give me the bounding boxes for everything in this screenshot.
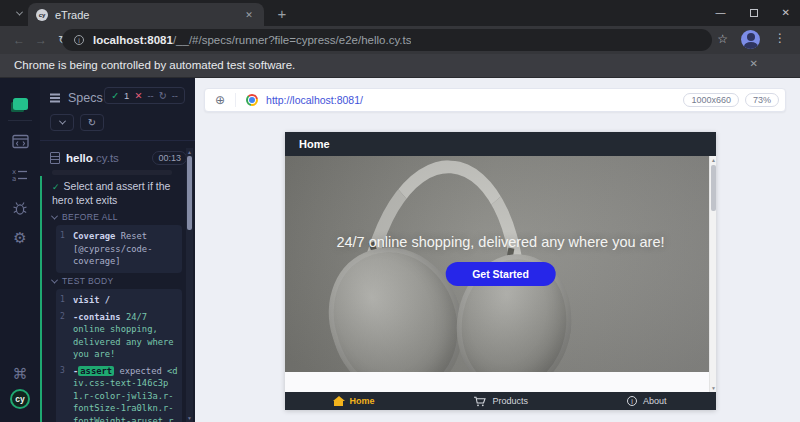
info-icon: i [627, 396, 637, 406]
minimize-icon[interactable]: — [716, 8, 726, 18]
cypress-runner: x a ⚙ ⌘ cy Specs [0, 78, 800, 422]
command-row[interactable]: 2 -contains 24/7 online shopping, delive… [60, 311, 178, 361]
scroll-up-icon[interactable]: ▲ [710, 157, 717, 163]
bookmark-star-icon[interactable]: ☆ [717, 32, 728, 46]
sidebar-settings-button[interactable]: ⚙ [0, 230, 40, 245]
command-block-before-all: 1 Coverage Reset [@cypress/code-coverage… [56, 225, 182, 273]
url-path: /__/#/specs/runner?file=cypress/e2e/hell… [173, 34, 412, 46]
cypress-logo-button[interactable]: cy [0, 388, 40, 409]
rail-divider [8, 120, 32, 121]
scroll-down-icon[interactable]: ▼ [710, 385, 717, 391]
command-assert-highlight: assert [78, 366, 114, 376]
window-close-icon[interactable]: ✕ [782, 8, 790, 18]
automation-banner: Chrome is being controlled by automated … [0, 54, 800, 78]
get-started-button[interactable]: Get Started [445, 262, 556, 286]
reporter-divider [40, 140, 195, 141]
debug-list-icon: x a [12, 168, 28, 182]
command-number: 3 [60, 365, 73, 422]
run-stats: ✓ 1 ✕ -- ↻ -- [104, 87, 185, 104]
gear-icon: ⚙ [13, 229, 26, 246]
spec-file-icon [50, 152, 60, 164]
address-bar[interactable]: i localhost:8081/__/#/specs/runner?file=… [62, 29, 712, 51]
profile-avatar[interactable] [741, 30, 760, 49]
svg-text:a: a [12, 175, 16, 182]
specs-header: Specs ✓ 1 ✕ -- ↻ -- [50, 88, 185, 108]
test-passed-icon: ✓ [52, 182, 60, 192]
section-test-body[interactable]: TEST BODY [52, 276, 182, 286]
spec-file-ext: .cy.ts [93, 152, 119, 164]
app-scrollbar[interactable]: ▲ ▼ [709, 156, 716, 392]
specs-title: Specs [68, 91, 103, 105]
command-row[interactable]: 1 visit / [60, 294, 178, 307]
sidebar-runs-button[interactable] [0, 134, 40, 149]
command-number: 1 [60, 230, 73, 268]
maximize-icon[interactable] [750, 9, 758, 17]
section-before-all[interactable]: BEFORE ALL [52, 212, 182, 222]
selector-playground-icon[interactable]: ⊕ [205, 93, 236, 107]
nav-item-about[interactable]: i About [627, 396, 667, 406]
section-label: TEST BODY [62, 276, 114, 286]
nav-item-products[interactable]: Products [473, 396, 528, 407]
scroll-down-icon[interactable]: ▼ [186, 415, 193, 421]
app-bottom-nav: Home Products i About [285, 392, 716, 410]
clipped-log-row [52, 170, 172, 175]
app-preview-pane: ⊕ http://localhost:8081/ 1000x660 73% Ho… [195, 78, 800, 422]
failed-icon: ✕ [134, 90, 142, 101]
tab-close-icon[interactable]: ✕ [242, 8, 256, 22]
new-tab-button[interactable]: + [272, 4, 292, 24]
command-row[interactable]: 3 -assert expected <div.css-text-146c3p1… [60, 365, 178, 422]
keyboard-shortcuts-button[interactable]: ⌘ [0, 366, 40, 381]
sidebar-debug-button[interactable]: x a [0, 168, 40, 182]
scrollbar-thumb[interactable] [187, 156, 192, 230]
nav-label: Home [349, 396, 374, 406]
cart-icon [473, 396, 486, 407]
chevron-down-icon [51, 212, 58, 219]
nav-item-home[interactable]: Home [334, 396, 374, 406]
command-method: visit [73, 295, 99, 305]
runs-icon [12, 134, 29, 149]
tab-strip: cy eTrade ✕ + — ✕ [0, 0, 800, 26]
command-message: / [105, 295, 110, 305]
forward-icon[interactable]: → [32, 31, 50, 49]
scrollbar-thumb[interactable] [711, 165, 716, 211]
command-expected: expected [119, 366, 161, 376]
sidebar-specs-button[interactable] [0, 96, 40, 114]
command-block-test-body: 1 visit / 2 -contains 24/7 online shoppi… [56, 289, 182, 422]
command-row[interactable]: 1 Coverage Reset [@cypress/code-coverage… [60, 230, 178, 268]
home-icon [334, 401, 343, 406]
browser-tab[interactable]: cy eTrade ✕ [28, 3, 264, 26]
app-header: Home [285, 132, 716, 156]
site-info-icon[interactable]: i [74, 35, 84, 45]
collapse-tests-button[interactable] [50, 114, 74, 131]
scroll-up-icon[interactable]: ▲ [186, 149, 193, 155]
sidebar-bug-button[interactable] [0, 200, 40, 216]
passed-icon: ✓ [111, 90, 119, 101]
rerun-tests-button[interactable]: ↻ [80, 114, 104, 131]
cypress-sidebar-rail: x a ⚙ ⌘ cy [0, 78, 40, 422]
zoom-level-badge: 73% [745, 93, 779, 107]
back-icon[interactable]: ← [10, 31, 28, 49]
banner-close-icon[interactable]: ✕ [750, 58, 758, 69]
test-title-row[interactable]: ✓Select and assert if the hero text exit… [52, 180, 184, 207]
command-method: Coverage [73, 231, 115, 241]
chevron-down-icon [15, 9, 22, 16]
specs-menu-icon[interactable] [50, 97, 60, 99]
spec-duration-badge: 00:13 [152, 151, 187, 165]
hero-text: 24/7 online shopping, delivered any wher… [285, 234, 716, 250]
spec-file-row[interactable]: hello.cy.ts 00:13 [50, 149, 187, 167]
preview-url[interactable]: http://localhost:8081/ [266, 94, 683, 106]
command-icon: ⌘ [13, 365, 28, 382]
tab-search-button[interactable] [8, 5, 30, 22]
viewport-size-badge: 1000x660 [683, 93, 739, 107]
nav-label: About [643, 396, 667, 406]
cypress-logo-icon: cy [10, 389, 30, 409]
failed-count: -- [147, 90, 153, 101]
command-method: -contains [73, 312, 121, 322]
browser-menu-icon[interactable]: ⋮ [774, 31, 786, 45]
chevron-down-icon [51, 276, 58, 283]
reporter-scrollbar[interactable]: ▲ ▼ [186, 148, 193, 422]
app-content-strip [285, 372, 716, 392]
passed-count: 1 [124, 90, 129, 101]
reporter-panel: Specs ✓ 1 ✕ -- ↻ -- ↻ hello.cy.ts 00:13 [40, 78, 195, 422]
hero-section: 24/7 online shopping, delivered any wher… [285, 156, 716, 372]
